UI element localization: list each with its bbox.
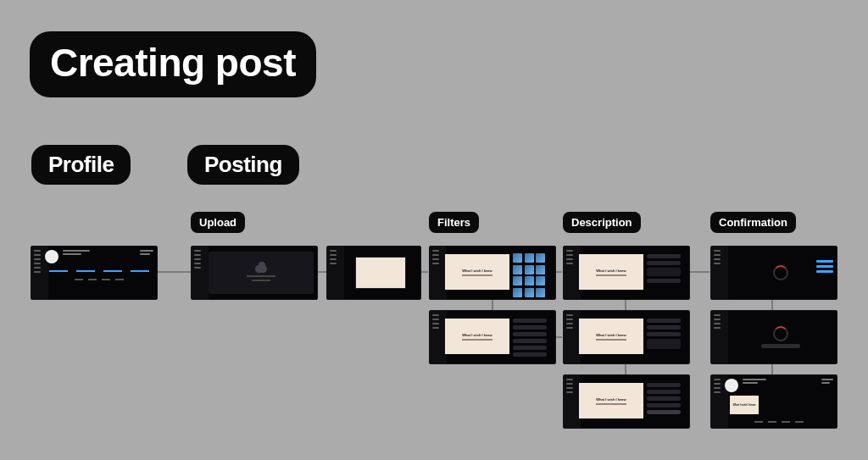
avatar-icon <box>45 250 58 263</box>
spinner-icon <box>773 326 788 341</box>
flow-title: Creating post <box>30 31 316 97</box>
step-upload-label: Upload <box>191 212 245 233</box>
step-filters-label: Filters <box>429 212 479 233</box>
screen-confirmation-loading <box>710 246 837 300</box>
post-preview: What I wish I knew <box>579 319 643 354</box>
screen-filters-grid: What I wish I knew <box>429 246 556 300</box>
screen-description-1: What I wish I knew <box>563 246 690 300</box>
spinner-icon <box>773 265 788 280</box>
step-description-label: Description <box>563 212 641 233</box>
adjust-sliders <box>513 315 547 360</box>
filter-grid <box>513 251 545 296</box>
screen-profile <box>31 246 158 300</box>
post-preview: What I wish I knew <box>445 254 509 290</box>
screen-confirmation-done <box>710 310 837 364</box>
screen-filters-adjust: What I wish I knew <box>429 310 556 364</box>
step-confirmation-label: Confirmation <box>710 212 796 233</box>
post-preview: What I wish I knew <box>579 254 643 290</box>
post-preview: What I wish I knew <box>579 383 643 418</box>
screen-description-2: What I wish I knew <box>563 310 690 364</box>
section-posting: Posting <box>187 145 299 185</box>
upload-cloud-icon <box>255 265 267 273</box>
avatar-icon <box>725 379 738 392</box>
screen-confirmation-profile: What I wish I knew <box>710 374 837 429</box>
posted-thumbnail: What I wish I knew <box>730 396 759 414</box>
section-profile: Profile <box>31 145 131 185</box>
screen-description-3: What I wish I knew <box>563 374 690 429</box>
post-preview: What I wish I knew <box>445 319 509 354</box>
screen-upload-dropzone <box>191 246 318 300</box>
screen-upload-cropper <box>326 246 421 300</box>
